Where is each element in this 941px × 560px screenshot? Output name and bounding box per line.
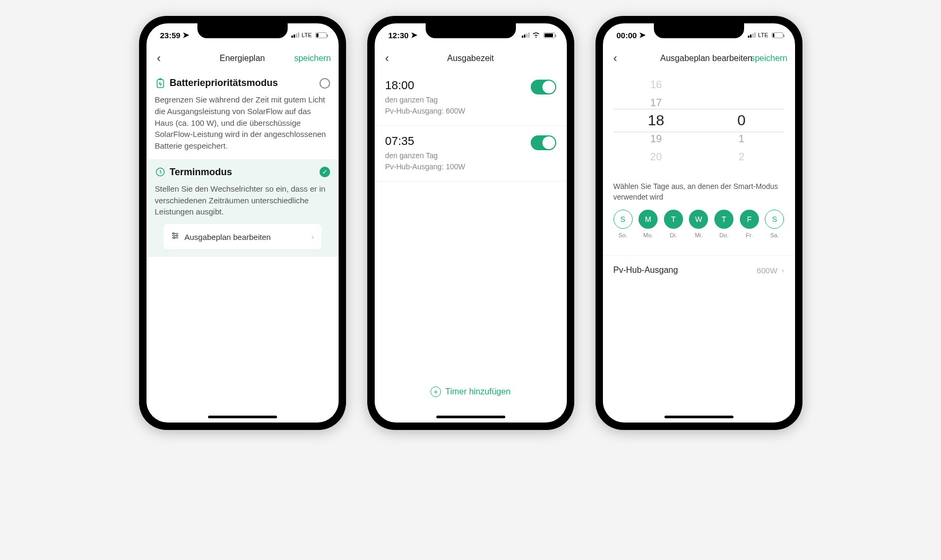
minute-wheel[interactable]: 012 — [699, 75, 784, 166]
signal-icon — [748, 32, 756, 38]
mode-schedule[interactable]: Terminmodus ✓ Stellen Sie den Wechselric… — [146, 159, 339, 257]
day-abbrev: Fr. — [746, 232, 753, 238]
svg-point-3 — [172, 233, 174, 235]
back-button[interactable]: ‹ — [610, 51, 620, 65]
mode-battery-desc: Begrenzen Sie während der Zeit mit gutem… — [155, 94, 330, 152]
day-column: SSa. — [765, 210, 784, 238]
day-column: SSo. — [614, 210, 633, 238]
timer-toggle[interactable] — [531, 135, 556, 150]
back-button[interactable]: ‹ — [154, 51, 164, 65]
picker-item[interactable]: 2 — [738, 148, 744, 166]
time-picker[interactable]: 1617181920 012 — [603, 70, 795, 182]
day-column: FFr. — [740, 210, 759, 238]
edit-output-plan-button[interactable]: Ausgabeplan bearbeiten › — [163, 224, 322, 249]
radio-checked-icon[interactable]: ✓ — [320, 167, 330, 177]
picker-item[interactable]: 20 — [650, 148, 662, 166]
pv-hub-value: 600W — [757, 266, 778, 275]
notch — [654, 23, 744, 38]
page-title: Ausgabezeit — [447, 54, 494, 63]
nav-bar: ‹ Ausgabeplan bearbeiten speichern — [603, 47, 795, 70]
signal-icon — [291, 32, 299, 38]
day-abbrev: Sa. — [770, 232, 779, 238]
clock-icon — [155, 167, 166, 177]
plus-circle-icon: + — [430, 386, 441, 397]
chevron-right-icon: › — [782, 266, 784, 274]
days-instruction: Wählen Sie Tage aus, an denen der Smart-… — [603, 182, 795, 210]
day-abbrev: Do. — [720, 232, 729, 238]
location-icon: ➤ — [411, 30, 418, 40]
day-column: TDi. — [664, 210, 683, 238]
days-row: SSo.MMo.TDi.WMi.TDo.FFr.SSa. — [603, 210, 795, 242]
back-button[interactable]: ‹ — [382, 51, 392, 65]
day-abbrev: So. — [618, 232, 627, 238]
picker-item[interactable]: 0 — [737, 111, 746, 130]
day-chip[interactable]: W — [689, 210, 708, 229]
mode-schedule-title: Terminmodus — [170, 167, 315, 178]
svg-point-4 — [176, 235, 177, 237]
status-time: 12:30 — [389, 31, 409, 40]
day-abbrev: Mi. — [695, 232, 703, 238]
phone-energy-plan: 23:59 ➤ LTE ‹ Energieplan speichern Batt… — [139, 16, 346, 430]
home-indicator[interactable] — [436, 416, 505, 418]
location-icon: ➤ — [183, 30, 189, 40]
signal-icon — [522, 32, 530, 38]
phone-edit-output-plan: 00:00 ➤ LTE ‹ Ausgabeplan bearbeiten spe… — [595, 16, 802, 430]
timer-list: 18:00den ganzen TagPv-Hub-Ausgang: 600W0… — [375, 70, 567, 423]
timer-days: den ganzen Tag — [385, 150, 531, 161]
day-chip[interactable]: T — [714, 210, 733, 229]
picker-item[interactable]: 17 — [650, 93, 662, 111]
page-title: Energieplan — [220, 54, 265, 63]
picker-item[interactable]: 18 — [648, 111, 664, 130]
battery-icon — [315, 32, 327, 38]
location-icon: ➤ — [639, 30, 646, 40]
timer-row[interactable]: 18:00den ganzen TagPv-Hub-Ausgang: 600W — [375, 70, 567, 126]
sliders-icon — [171, 231, 179, 242]
pv-hub-output-row[interactable]: Pv-Hub-Ausgang 600W › — [603, 255, 795, 285]
timer-time: 07:35 — [385, 134, 531, 148]
mode-battery-priority[interactable]: Batterieprioritätsmodus Begrenzen Sie wä… — [146, 70, 339, 159]
wifi-icon — [532, 31, 540, 39]
mode-schedule-desc: Stellen Sie den Wechselrichter so ein, d… — [155, 183, 330, 218]
save-button[interactable]: speichern — [750, 54, 787, 63]
picker-item[interactable]: 19 — [650, 130, 662, 148]
picker-item[interactable]: 16 — [650, 75, 662, 93]
notch — [197, 23, 288, 38]
radio-unchecked-icon[interactable] — [320, 78, 330, 89]
timer-output: Pv-Hub-Ausgang: 100W — [385, 161, 531, 173]
timer-output: Pv-Hub-Ausgang: 600W — [385, 106, 531, 117]
battery-icon — [543, 32, 555, 38]
home-indicator[interactable] — [664, 416, 733, 418]
day-chip[interactable]: T — [664, 210, 683, 229]
day-chip[interactable]: M — [638, 210, 658, 229]
timer-toggle[interactable] — [531, 80, 556, 94]
nav-bar: ‹ Ausgabezeit — [375, 47, 567, 70]
network-label: LTE — [758, 32, 768, 38]
chevron-right-icon: › — [312, 232, 314, 241]
edit-plan-label: Ausgabeplan bearbeiten — [185, 232, 306, 242]
network-label: LTE — [301, 32, 312, 38]
day-column: MMo. — [638, 210, 658, 238]
hour-wheel[interactable]: 1617181920 — [614, 75, 699, 166]
notch — [426, 23, 516, 38]
battery-icon — [155, 78, 166, 89]
battery-icon — [772, 32, 783, 38]
add-timer-label: Timer hinzufügen — [445, 387, 511, 397]
day-chip[interactable]: F — [740, 210, 759, 229]
mode-battery-title: Batterieprioritätsmodus — [170, 77, 315, 89]
picker-item[interactable]: 1 — [738, 130, 744, 148]
status-time: 00:00 — [617, 31, 637, 40]
svg-point-5 — [173, 237, 175, 239]
timer-days: den ganzen Tag — [385, 94, 531, 106]
day-chip[interactable]: S — [765, 210, 784, 229]
day-abbrev: Di. — [670, 232, 677, 238]
day-column: TDo. — [714, 210, 733, 238]
page-title: Ausgabeplan bearbeiten — [660, 54, 752, 63]
day-abbrev: Mo. — [643, 232, 653, 238]
day-chip[interactable]: S — [614, 210, 633, 229]
timer-row[interactable]: 07:35den ganzen TagPv-Hub-Ausgang: 100W — [375, 126, 567, 182]
timer-time: 18:00 — [385, 79, 531, 92]
phone-output-time: 12:30 ➤ ‹ Ausgabezeit 18:00den ganzen Ta… — [367, 16, 574, 430]
add-timer-button[interactable]: + Timer hinzufügen — [375, 377, 567, 407]
home-indicator[interactable] — [208, 416, 277, 418]
save-button[interactable]: speichern — [294, 54, 331, 63]
